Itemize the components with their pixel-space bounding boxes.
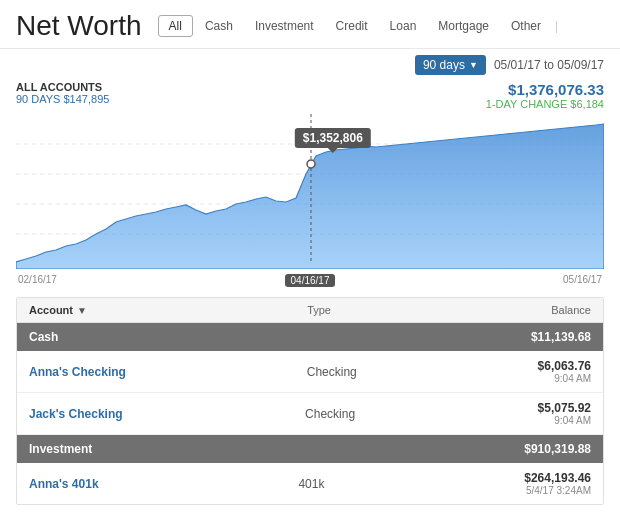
section-cash-name: Cash: [29, 330, 58, 344]
col-account-header[interactable]: Account ▼: [29, 304, 87, 316]
balance-time: 5/4/17 3:24AM: [524, 485, 591, 496]
date-to: 05/09/17: [557, 58, 604, 72]
account-balance-anna-401k: $264,193.46 5/4/17 3:24AM: [524, 471, 591, 496]
account-balance-anna-checking: $6,063.76 9:04 AM: [538, 359, 591, 384]
tab-mortgage[interactable]: Mortgage: [428, 16, 499, 36]
chart-change: $147,895: [64, 93, 110, 105]
accounts-table: Account ▼ Type Balance Cash $11,139.68 A…: [16, 297, 604, 505]
chart-days-change: 90 DAYS $147,895: [16, 93, 109, 105]
one-day-change-label: 1-DAY CHANGE: [486, 98, 568, 110]
account-col-label: Account: [29, 304, 73, 316]
chart-date-right: 05/16/17: [563, 274, 602, 287]
sort-arrow-icon: ▼: [77, 305, 87, 316]
tab-cash[interactable]: Cash: [195, 16, 243, 36]
table-header-row: Account ▼ Type Balance: [17, 298, 603, 323]
balance-time: 9:04 AM: [538, 415, 591, 426]
period-label: 90 days: [423, 58, 465, 72]
svg-point-5: [307, 160, 315, 168]
account-type-anna-401k: 401k: [251, 477, 371, 491]
date-range: 05/01/17 to 05/09/17: [494, 58, 604, 72]
chart-days: 90 DAYS: [16, 93, 60, 105]
tab-all[interactable]: All: [158, 15, 193, 37]
chart-date-left: 02/16/17: [18, 274, 57, 287]
chart-container: ALL ACCOUNTS 90 DAYS $147,895 $1,376,076…: [16, 81, 604, 287]
dropdown-arrow-icon: ▼: [469, 60, 478, 70]
account-name-anna-401k[interactable]: Anna's 401k: [29, 477, 99, 491]
balance-value: $264,193.46: [524, 471, 591, 485]
chart-info-right: $1,376,076.33 1-DAY CHANGE $6,184: [486, 81, 604, 110]
account-type-jack-checking: Checking: [270, 407, 390, 421]
section-investment-balance: $910,319.88: [524, 442, 591, 456]
account-balance-jack-checking: $5,075.92 9:04 AM: [538, 401, 591, 426]
table-row: Anna's Checking Checking $6,063.76 9:04 …: [17, 351, 603, 393]
tab-other[interactable]: Other: [501, 16, 551, 36]
table-row: Jack's Checking Checking $5,075.92 9:04 …: [17, 393, 603, 435]
tab-investment[interactable]: Investment: [245, 16, 324, 36]
type-col-label: Type: [307, 304, 331, 316]
chart-header: ALL ACCOUNTS 90 DAYS $147,895 $1,376,076…: [16, 81, 604, 110]
col-type-header: Type: [259, 304, 379, 316]
section-cash: Cash $11,139.68: [17, 323, 603, 351]
tab-loan[interactable]: Loan: [380, 16, 427, 36]
section-cash-balance: $11,139.68: [531, 330, 591, 344]
all-accounts-label: ALL ACCOUNTS: [16, 81, 109, 93]
date-separator: to: [544, 58, 557, 72]
account-name-jack-checking[interactable]: Jack's Checking: [29, 407, 123, 421]
controls-bar: 90 days ▼ 05/01/17 to 05/09/17: [0, 49, 620, 81]
section-investment: Investment $910,319.88: [17, 435, 603, 463]
table-row: Anna's 401k 401k $264,193.46 5/4/17 3:24…: [17, 463, 603, 504]
date-from: 05/01/17: [494, 58, 541, 72]
one-day-change-value: $6,184: [570, 98, 604, 110]
col-balance-header: Balance: [551, 304, 591, 316]
period-button[interactable]: 90 days ▼: [415, 55, 486, 75]
tab-credit[interactable]: Credit: [326, 16, 378, 36]
chart-day-change: 1-DAY CHANGE $6,184: [486, 98, 604, 110]
nav-divider: |: [555, 19, 558, 33]
page-title: Net Worth: [16, 10, 142, 42]
chart-dates: 02/16/17 04/16/17 05/16/17: [16, 274, 604, 287]
balance-value: $5,075.92: [538, 401, 591, 415]
area-chart: [16, 114, 604, 269]
chart-total: $1,376,076.33: [486, 81, 604, 98]
chart-info-left: ALL ACCOUNTS 90 DAYS $147,895: [16, 81, 109, 105]
chart-svg-wrapper: $1,352,806: [16, 114, 604, 272]
balance-value: $6,063.76: [538, 359, 591, 373]
section-investment-name: Investment: [29, 442, 92, 456]
chart-date-mid: 04/16/17: [285, 274, 336, 287]
account-type-anna-checking: Checking: [272, 365, 392, 379]
page-header: Net Worth All Cash Investment Credit Loa…: [0, 0, 620, 49]
balance-time: 9:04 AM: [538, 373, 591, 384]
nav-tabs: All Cash Investment Credit Loan Mortgage…: [158, 15, 559, 37]
balance-col-label: Balance: [551, 304, 591, 316]
account-name-anna-checking[interactable]: Anna's Checking: [29, 365, 126, 379]
